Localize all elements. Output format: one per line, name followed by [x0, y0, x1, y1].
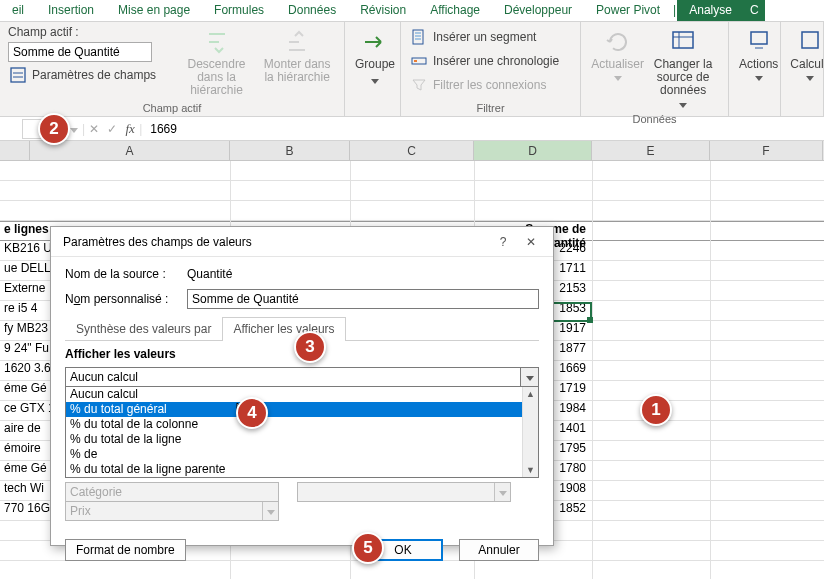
scroll-up-icon[interactable]: ▲	[523, 387, 538, 401]
nom-source-label: Nom de la source :	[65, 267, 177, 281]
filtrer-conn-label: Filtrer les connexions	[433, 78, 546, 92]
monter-button: Monter dans la hiérarchie	[258, 24, 336, 86]
param-champs-label: Paramètres de champs	[32, 68, 156, 82]
monter-label: Monter dans la hiérarchie	[260, 58, 334, 84]
dialog-tab-afficher[interactable]: Afficher les valeurs	[222, 317, 345, 341]
dropdown-option[interactable]: % du total de la ligne parente	[66, 462, 538, 477]
svg-rect-4	[751, 32, 767, 44]
svg-rect-5	[802, 32, 818, 48]
base-field-combo-2: Prix	[65, 501, 279, 521]
tab-revision[interactable]: Révision	[348, 0, 418, 21]
nom-perso-label: Nom personnalisé :	[65, 292, 177, 306]
ok-button[interactable]: OK	[363, 539, 443, 561]
actions-button[interactable]: Actions	[737, 24, 780, 86]
actions-icon	[743, 26, 775, 58]
base-field-combo: Catégorie	[65, 482, 279, 502]
nom-source-value: Quantité	[187, 267, 232, 281]
accept-formula-icon: ✓	[103, 122, 121, 136]
col-header-e[interactable]: E	[592, 141, 710, 160]
dropdown-option[interactable]: Aucun calcul	[66, 387, 538, 402]
inserer-chrono-button[interactable]: Insérer une chronologie	[409, 50, 559, 72]
chevron-down-icon[interactable]	[70, 122, 78, 136]
group-champ-label: Champ actif	[8, 102, 336, 114]
dropdown-option[interactable]: % du total de la ligne	[66, 432, 538, 447]
cancel-button[interactable]: Annuler	[459, 539, 539, 561]
dropdown-option[interactable]: % de	[66, 447, 538, 462]
chevron-down-icon	[679, 98, 687, 111]
slicer-icon	[409, 27, 429, 47]
chevron-down-icon	[262, 502, 278, 520]
col-header-a[interactable]: A	[30, 141, 230, 160]
dropdown-scrollbar[interactable]: ▲ ▼	[522, 387, 538, 477]
inserer-chrono-label: Insérer une chronologie	[433, 54, 559, 68]
tab-mise-en-page[interactable]: Mise en page	[106, 0, 202, 21]
combo-chevron-icon[interactable]	[520, 368, 538, 386]
cancel-formula-icon: ✕	[85, 122, 103, 136]
param-champs-button[interactable]: Paramètres de champs	[8, 64, 156, 86]
dialog-title: Paramètres des champs de valeurs	[59, 235, 489, 249]
dropdown-option[interactable]: % du total de la colonne	[66, 417, 538, 432]
filtrer-conn-button: Filtrer les connexions	[409, 74, 546, 96]
settings-icon	[8, 65, 28, 85]
format-nombre-button[interactable]: Format de nombre	[65, 539, 186, 561]
chevron-down-icon	[371, 74, 379, 87]
col-header-b[interactable]: B	[230, 141, 350, 160]
tab-insertion[interactable]: Insertion	[36, 0, 106, 21]
afficher-combo-value: Aucun calcul	[66, 370, 520, 384]
tab-power-pivot[interactable]: Power Pivot	[584, 0, 672, 21]
afficher-combo[interactable]: Aucun calcul	[65, 367, 539, 387]
col-header-c[interactable]: C	[350, 141, 474, 160]
inserer-segment-button[interactable]: Insérer un segment	[409, 26, 536, 48]
dropdown-option[interactable]: % du total général	[66, 402, 538, 417]
dialog-tab-synthese[interactable]: Synthèse des valeurs par	[65, 317, 222, 340]
chevron-down-icon	[806, 71, 814, 84]
timeline-icon	[409, 51, 429, 71]
refresh-icon	[602, 26, 634, 58]
ribbon-tabs: eil Insertion Mise en page Formules Donn…	[0, 0, 824, 22]
champ-actif-input[interactable]	[8, 42, 152, 62]
nom-perso-input[interactable]	[187, 289, 539, 309]
group-donnees-label: Données	[589, 113, 720, 125]
chevron-down-icon	[755, 71, 763, 84]
close-icon[interactable]: ✕	[517, 235, 545, 249]
calculs-button[interactable]: Calculs	[789, 24, 824, 86]
champ-actif-label: Champ actif :	[8, 24, 79, 40]
scroll-down-icon[interactable]: ▼	[523, 463, 538, 477]
tab-affichage[interactable]: Affichage	[418, 0, 492, 21]
groupe-button[interactable]: Groupe	[353, 24, 397, 89]
ribbon: Champ actif : Paramètres de champs Desce…	[0, 22, 824, 117]
col-header-f[interactable]: F	[710, 141, 823, 160]
groupe-label: Groupe	[355, 58, 395, 71]
formula-value[interactable]: 1669	[142, 122, 185, 136]
filter-conn-icon	[409, 75, 429, 95]
svg-rect-0	[11, 68, 25, 82]
tab-creation[interactable]: C	[744, 0, 765, 21]
afficher-dropdown[interactable]: ▲ ▼ Aucun calcul% du total général% du t…	[65, 387, 539, 478]
descendre-button: Descendre dans la hiérarchie	[175, 24, 259, 100]
tab-donnees[interactable]: Données	[276, 0, 348, 21]
col-header-d[interactable]: D	[474, 141, 592, 160]
changer-source-button[interactable]: Changer la source de données	[646, 24, 720, 113]
actions-label: Actions	[739, 58, 778, 71]
tab-accueil[interactable]: eil	[0, 0, 36, 21]
change-source-icon	[667, 26, 699, 58]
drilldown-icon	[201, 26, 233, 58]
chevron-down-icon	[494, 483, 510, 501]
name-box[interactable]	[22, 119, 64, 139]
tab-analyse[interactable]: Analyse	[677, 0, 744, 21]
changer-source-label: Changer la source de données	[648, 58, 718, 98]
inserer-segment-label: Insérer un segment	[433, 30, 536, 44]
svg-rect-3	[673, 32, 693, 48]
base-field-value: Catégorie	[66, 485, 278, 499]
section-afficher-label: Afficher les valeurs	[65, 347, 539, 361]
tab-formules[interactable]: Formules	[202, 0, 276, 21]
base-field-value-2: Prix	[66, 504, 262, 518]
help-icon[interactable]: ?	[489, 235, 517, 249]
base-item-combo	[297, 482, 511, 502]
select-all-corner[interactable]	[0, 141, 30, 160]
arrow-right-icon	[359, 26, 391, 58]
descendre-label: Descendre dans la hiérarchie	[177, 58, 257, 98]
tab-developpeur[interactable]: Développeur	[492, 0, 584, 21]
fx-icon[interactable]: fx	[121, 121, 139, 137]
svg-rect-1	[413, 30, 423, 44]
